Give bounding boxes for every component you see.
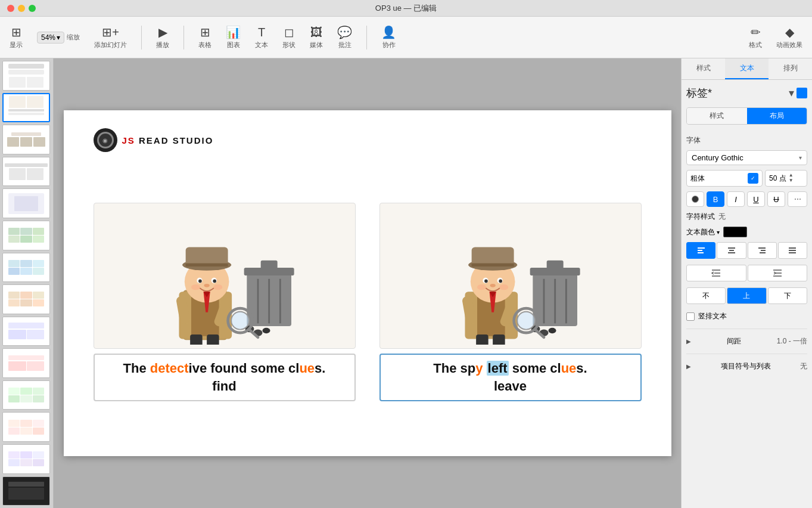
card-2-image bbox=[379, 203, 642, 349]
slide-thumb-5[interactable] bbox=[2, 188, 50, 218]
format-button[interactable]: ✏ 格式 bbox=[749, 25, 762, 49]
slide-thumb-14[interactable] bbox=[2, 476, 50, 506]
play-button[interactable]: ▶ 播放 bbox=[156, 25, 169, 49]
font-size-down-icon[interactable]: ▼ bbox=[789, 178, 794, 184]
slide-thumb-2[interactable] bbox=[2, 93, 50, 123]
format-icon: ✏ bbox=[751, 25, 761, 39]
font-name-row[interactable]: Century Gothic ▾ bbox=[686, 150, 807, 165]
font-style-select[interactable]: 粗体 ✓ bbox=[686, 170, 763, 187]
close-button[interactable] bbox=[7, 5, 14, 12]
baseline-normal-button[interactable]: 不 bbox=[686, 287, 726, 304]
font-size-row: 粗体 ✓ 50 点 ▲ ▼ bbox=[686, 170, 807, 187]
baseline-sub-button[interactable]: 下 bbox=[768, 287, 807, 304]
slide-thumb-6[interactable] bbox=[2, 221, 50, 250]
slide-thumb-7[interactable] bbox=[2, 253, 50, 283]
color-dot-button[interactable] bbox=[686, 191, 704, 207]
text-icon: T bbox=[258, 26, 265, 39]
align-right-button[interactable] bbox=[748, 242, 777, 259]
sub-tab-style[interactable]: 样式 bbox=[687, 108, 747, 124]
svg-point-31 bbox=[213, 284, 222, 290]
media-button[interactable]: 🖼 媒体 bbox=[310, 26, 323, 49]
list-row[interactable]: ▶ 项目符号与列表 无 bbox=[686, 359, 807, 374]
text-color-expand-icon[interactable]: ▾ bbox=[717, 229, 720, 236]
tab-text[interactable]: 文本 bbox=[725, 58, 769, 79]
sub-tab-layout[interactable]: 布局 bbox=[747, 108, 807, 124]
collab-button[interactable]: 👤 协作 bbox=[381, 25, 396, 49]
card-2-sentence: The spy left some clues. bbox=[390, 361, 631, 376]
add-slide-button[interactable]: ⊞+ 添加幻灯片 bbox=[94, 25, 127, 49]
card-2-textbox[interactable]: The spy left some clues. leave bbox=[379, 354, 642, 401]
card-1-sentence: The detective found some clues. bbox=[104, 361, 345, 376]
svg-rect-45 bbox=[476, 334, 489, 345]
bold-button[interactable]: B bbox=[707, 191, 724, 207]
baseline-super-button[interactable]: 上 bbox=[727, 287, 766, 304]
slide-thumb-9[interactable] bbox=[2, 317, 50, 346]
word-left: left bbox=[487, 361, 509, 376]
slide-thumb-12[interactable] bbox=[2, 412, 50, 442]
slide-thumb-1[interactable] bbox=[2, 61, 50, 91]
align-center-button[interactable] bbox=[717, 242, 746, 259]
spacing-row[interactable]: ▶ 间距 1.0 - 一倍 bbox=[686, 334, 807, 349]
svg-rect-24 bbox=[185, 263, 228, 267]
align-justify-button[interactable] bbox=[778, 242, 807, 259]
slide-thumb-4[interactable] bbox=[2, 157, 50, 187]
font-style-color-btn[interactable]: ✓ bbox=[748, 173, 758, 184]
slide-thumb-10[interactable] bbox=[2, 348, 50, 378]
zoom-group: 54% ▾ 缩放 bbox=[37, 32, 80, 44]
zoom-value: 54% bbox=[41, 33, 55, 42]
indent-decrease-button[interactable] bbox=[686, 265, 746, 281]
chart-icon: 📊 bbox=[226, 25, 241, 39]
text-color-swatch[interactable] bbox=[723, 227, 747, 237]
slide-thumb-13[interactable] bbox=[2, 444, 50, 474]
word-detective: detect bbox=[150, 361, 189, 376]
tab-style[interactable]: 样式 bbox=[682, 58, 725, 79]
shape-button[interactable]: ◻ 形状 bbox=[282, 25, 295, 49]
tab-arrange[interactable]: 排列 bbox=[769, 58, 812, 79]
indent-increase-button[interactable] bbox=[748, 265, 808, 281]
slide-thumb-11[interactable] bbox=[2, 380, 50, 410]
vertical-text-label: 竖排文本 bbox=[698, 311, 727, 321]
tag-dropdown-icon[interactable]: ▾ bbox=[789, 86, 794, 100]
char-style-value: 无 bbox=[718, 212, 726, 222]
maximize-button[interactable] bbox=[29, 5, 36, 12]
display-button[interactable]: ⊞ 显示 bbox=[10, 25, 23, 49]
svg-point-27 bbox=[198, 279, 202, 283]
minimize-button[interactable] bbox=[18, 5, 25, 12]
titlebar: OP3 ue — 已编辑 bbox=[0, 0, 812, 17]
align-left-button[interactable] bbox=[686, 242, 715, 259]
card-1-subword: find bbox=[104, 379, 345, 394]
align-center-icon bbox=[727, 247, 736, 254]
underline-button[interactable]: U bbox=[747, 191, 765, 207]
vertical-text-checkbox[interactable] bbox=[686, 312, 695, 321]
table-button[interactable]: ⊞ 表格 bbox=[198, 25, 211, 49]
font-size-value: 50 点 ▲ ▼ bbox=[765, 170, 807, 187]
tag-label: 标签* bbox=[686, 86, 786, 100]
zoom-button[interactable]: 54% ▾ bbox=[37, 32, 64, 44]
svg-rect-46 bbox=[493, 334, 505, 345]
slide-canvas[interactable]: ◉ JS READ STUDIO bbox=[64, 110, 671, 456]
font-size-stepper[interactable]: ▲ ▼ bbox=[789, 173, 794, 184]
animation-button[interactable]: ◆ 动画效果 bbox=[776, 25, 802, 49]
media-icon: 🖼 bbox=[310, 26, 322, 39]
list-value: 无 bbox=[800, 361, 807, 371]
display-icon: ⊞ bbox=[11, 25, 21, 39]
comment-button[interactable]: 💬 批注 bbox=[337, 25, 352, 49]
font-name-dropdown-icon: ▾ bbox=[799, 154, 802, 161]
sub-tabs: 样式 布局 bbox=[686, 107, 807, 125]
tag-color-box bbox=[797, 88, 807, 98]
right-tabs: 样式 文本 排列 bbox=[682, 58, 812, 80]
font-section-title: 字体 bbox=[686, 135, 807, 145]
more-format-btn[interactable]: ⋯ bbox=[788, 191, 807, 207]
traffic-lights bbox=[7, 5, 36, 12]
slide-thumb-8[interactable] bbox=[2, 284, 50, 314]
font-size-text: 50 点 bbox=[769, 174, 786, 184]
strikethrough-button[interactable]: U bbox=[767, 191, 785, 207]
chart-button[interactable]: 📊 图表 bbox=[226, 25, 241, 49]
card-1-textbox[interactable]: The detective found some clues. find bbox=[94, 354, 356, 401]
align-left-icon bbox=[696, 247, 706, 254]
svg-point-8 bbox=[262, 327, 270, 333]
text-button[interactable]: T 文本 bbox=[255, 26, 268, 49]
spacing-label: 间距 bbox=[727, 336, 741, 346]
italic-button[interactable]: I bbox=[727, 191, 745, 207]
slide-thumb-3[interactable] bbox=[2, 125, 50, 154]
